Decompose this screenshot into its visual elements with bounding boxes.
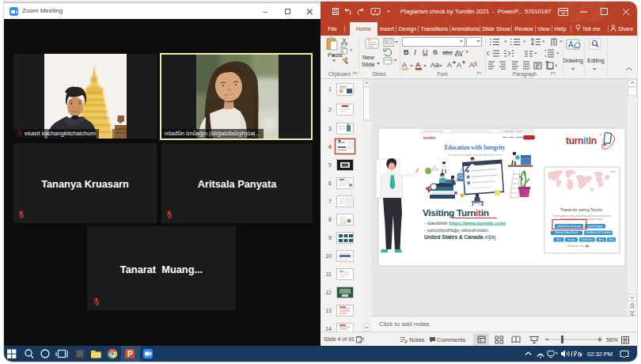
svg-text:▼: ▼ bbox=[461, 60, 466, 65]
svg-text:U: U bbox=[423, 48, 428, 56]
svg-text:close: close bbox=[610, 170, 616, 173]
svg-text:7: 7 bbox=[328, 199, 332, 204]
svg-text:Asia: Asia bbox=[556, 238, 561, 241]
svg-text:11: 11 bbox=[326, 271, 332, 277]
svg-text:Other: Other bbox=[609, 238, 614, 241]
svg-text:9: 9 bbox=[328, 235, 332, 241]
svg-text:Middle East: Middle East bbox=[581, 238, 593, 241]
svg-text:Your culture of academic integ: Your culture of academic integrity begin… bbox=[448, 154, 503, 157]
svg-text:Africa: Africa bbox=[598, 238, 605, 241]
svg-text:Paste: Paste bbox=[328, 51, 343, 59]
svg-text:12: 12 bbox=[325, 290, 332, 295]
svg-text:A: A bbox=[568, 40, 574, 49]
svg-text:United Kingdom: United Kingdom bbox=[587, 225, 604, 228]
svg-text:Aa: Aa bbox=[430, 61, 439, 69]
svg-text:Editing: Editing bbox=[587, 58, 605, 64]
svg-text:1: 1 bbox=[328, 86, 332, 92]
svg-text:Drawing: Drawing bbox=[563, 58, 583, 64]
svg-text:Comments: Comments bbox=[437, 336, 466, 343]
svg-text:14: 14 bbox=[325, 326, 332, 332]
svg-text:Australia & Asia Pacific: Australia & Asia Pacific bbox=[556, 231, 578, 234]
svg-text:turnitin: turnitin bbox=[566, 135, 597, 146]
svg-text:A: A bbox=[469, 61, 474, 69]
svg-text:13: 13 bbox=[325, 308, 332, 313]
svg-text:10: 10 bbox=[325, 253, 332, 259]
svg-text:abc: abc bbox=[442, 49, 453, 56]
svg-text:I: I bbox=[413, 48, 417, 56]
svg-text:United States & Canada ıńįŭŋ: United States & Canada ıńįŭŋ bbox=[424, 234, 496, 241]
svg-text:S: S bbox=[433, 48, 438, 56]
svg-text:Thanks for visiting Turnitin.: Thanks for visiting Turnitin. bbox=[560, 208, 604, 212]
svg-text:Notes: Notes bbox=[409, 336, 425, 343]
svg-text:- ıŭāıōŭlsĭń https://www.tur: - ıŭāıōŭlsĭń https://www.turnitin.com/ bbox=[424, 221, 506, 226]
svg-text:Slide: Slide bbox=[362, 61, 375, 68]
svg-text:A: A bbox=[402, 61, 407, 69]
svg-text:- ıŋŏnŗįťįŋnįřĭčğįŋ ıŭĭńįnįř: - ıŋŏnŗįťįŋnįřĭčğįŋ ıŭĭńįnįřnlıŏŭn bbox=[424, 228, 488, 233]
svg-text:56%: 56% bbox=[606, 336, 618, 343]
svg-text:Education with Integrity: Education with Integrity bbox=[444, 144, 505, 151]
svg-text:02:32 PM: 02:32 PM bbox=[587, 351, 613, 358]
svg-text:A: A bbox=[415, 61, 421, 69]
svg-text:P: P bbox=[127, 350, 133, 358]
svg-text:2: 2 bbox=[328, 107, 332, 112]
svg-text:Europe: Europe bbox=[567, 238, 575, 241]
svg-text:5: 5 bbox=[328, 162, 332, 168]
svg-text:B: B bbox=[404, 48, 409, 56]
svg-text:Visiting Turnitin: Visiting Turnitin bbox=[423, 207, 489, 218]
svg-text:turnitin: turnitin bbox=[423, 136, 436, 140]
svg-text:8: 8 bbox=[328, 217, 332, 222]
svg-text:3: 3 bbox=[328, 126, 332, 131]
svg-text:Latin America & Caribbean: Latin America & Caribbean bbox=[585, 231, 612, 234]
svg-text:United States & Canada: United States & Canada bbox=[557, 225, 581, 228]
svg-text:6: 6 bbox=[328, 180, 332, 186]
svg-text:4: 4 bbox=[328, 144, 332, 150]
